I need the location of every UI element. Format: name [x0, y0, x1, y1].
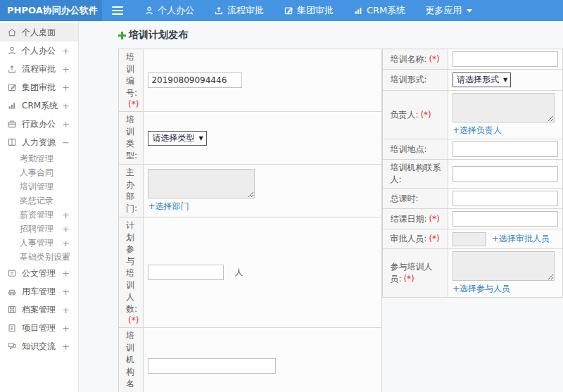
upload-icon: [7, 64, 17, 74]
training-number-input[interactable]: [148, 72, 242, 88]
sidebar-item-personal-office[interactable]: 个人办公 +: [0, 42, 78, 60]
sidebar-item-group-approval[interactable]: 集团审批 +: [0, 78, 78, 96]
main-content: 培训计划发布 培训编号:(*) 培训类型: 请选择类型 ▼ 主办部门: +选择部…: [80, 21, 563, 392]
row-training-format: 培训形式: 请选择形式 ▼: [383, 70, 563, 91]
choose-person-in-charge-link[interactable]: +选择负责人: [453, 125, 558, 137]
edit-icon: [7, 82, 17, 92]
total-class-hours-input[interactable]: [453, 191, 558, 206]
sidebar-item-document-mgmt[interactable]: 公文管理 +: [0, 264, 78, 282]
chevron-down-icon: [467, 9, 472, 13]
top-bar: PHPOA协同办公软件 个人办公 流程审批 集团审批: [0, 0, 563, 21]
row-training-number: 培训编号:(*): [119, 49, 382, 112]
choose-department-link[interactable]: +选择部门: [148, 201, 377, 213]
row-person-in-charge: 负责人:(*) +选择负责人: [383, 91, 563, 139]
row-approvers: 审批人员:(*) +选择审批人员: [383, 229, 563, 249]
row-end-date: 结课日期:(*): [383, 209, 563, 229]
row-institution-contact: 培训机构联系人:: [383, 160, 563, 189]
row-training-type: 培训类型: 请选择类型 ▼: [119, 112, 382, 165]
end-date-input[interactable]: [453, 211, 558, 227]
add-icon: [118, 32, 126, 39]
planned-participants-input[interactable]: [148, 265, 224, 280]
institution-name-input[interactable]: [148, 358, 276, 374]
person-in-charge-textarea[interactable]: [453, 93, 555, 122]
row-host-department: 主办部门: +选择部门: [119, 165, 382, 217]
sidebar-item-vehicle-mgmt[interactable]: 用车管理 +: [0, 282, 78, 301]
nav-more-apps[interactable]: 更多应用: [415, 0, 482, 21]
upload-icon: [214, 6, 224, 15]
sidebar-item-human-resources[interactable]: 人力资源 −: [0, 133, 78, 151]
nav-workflow-approval[interactable]: 流程审批: [204, 0, 274, 21]
sidebar-subitem-attendance-mgmt[interactable]: 考勤管理: [0, 151, 78, 165]
sidebar-subitem-recruit-mgmt[interactable]: 招聘管理 +: [0, 222, 78, 236]
sidebar-item-project-mgmt[interactable]: 项目管理 +: [0, 319, 78, 337]
form-table-left: 培训编号:(*) 培训类型: 请选择类型 ▼ 主办部门: +选择部门 计划参与培…: [118, 49, 382, 392]
nav-group-approval[interactable]: 集团审批: [274, 0, 343, 21]
car-icon: [7, 286, 17, 296]
chat-icon: [7, 341, 17, 351]
top-nav: 个人办公 流程审批 集团审批 CRM系统 更多应用: [134, 0, 482, 21]
sidebar-subitem-base-category-setting[interactable]: 基础类别设置 +: [0, 250, 78, 264]
row-training-participants: 参与培训人员:(*) +选择参与人员: [383, 249, 563, 298]
row-planned-participants: 计划参与培训人数:(*) 人: [119, 217, 382, 328]
page-title: 培训计划发布: [118, 29, 563, 42]
sidebar-subitem-salary-mgmt[interactable]: 薪资管理 +: [0, 208, 78, 222]
bar-chart-icon: [353, 6, 363, 15]
sidebar-item-archive-mgmt[interactable]: 档案管理 +: [0, 301, 78, 319]
sidebar-subitem-reward-punish-record[interactable]: 奖惩记录: [0, 194, 78, 208]
user-icon: [7, 46, 17, 56]
sidebar-subitem-personnel-mgmt[interactable]: 人事管理 +: [0, 236, 78, 250]
institution-contact-input[interactable]: [453, 166, 558, 182]
training-type-select[interactable]: 请选择类型 ▼: [148, 131, 206, 146]
sidebar-item-knowledge-exchange[interactable]: 知识交流 +: [0, 337, 78, 355]
row-training-name: 培训名称:(*): [383, 49, 563, 70]
archive-icon: [7, 305, 17, 315]
row-institution-name: 培训机构名称:: [119, 328, 382, 392]
sidebar-subitem-hr-contract[interactable]: 人事合同: [0, 165, 78, 179]
sidebar-subitem-training-mgmt[interactable]: 培训管理: [0, 179, 78, 194]
row-training-location: 培训地点:: [383, 139, 563, 160]
book-icon: [7, 137, 17, 147]
choose-approvers-link[interactable]: +选择审批人员: [492, 233, 550, 245]
app-logo: PHPOA协同办公软件: [0, 0, 102, 21]
chevron-down-icon: ▼: [503, 77, 507, 83]
training-location-input[interactable]: [453, 141, 558, 157]
sidebar-item-personal-desktop[interactable]: 个人桌面: [0, 23, 78, 42]
nav-personal-office[interactable]: 个人办公: [134, 0, 204, 21]
sidebar-item-crm-system[interactable]: CRM系统 +: [0, 96, 78, 115]
training-participants-textarea[interactable]: [453, 251, 555, 281]
nav-crm-system[interactable]: CRM系统: [343, 0, 415, 21]
bar-chart-icon: [7, 101, 17, 110]
host-department-textarea[interactable]: [148, 169, 255, 198]
row-total-class-hours: 总课时:: [383, 189, 563, 209]
sidebar-item-workflow-approval[interactable]: 流程审批 +: [0, 60, 78, 78]
document-icon: [7, 268, 17, 278]
sidebar: 个人桌面 个人办公 + 流程审批 + 集团审批 + CRM系统 +: [0, 21, 79, 392]
edit-icon: [284, 6, 293, 15]
clipboard-icon: [7, 323, 17, 333]
training-format-select[interactable]: 请选择形式 ▼: [453, 72, 511, 87]
user-icon: [144, 6, 154, 15]
training-name-input[interactable]: [453, 51, 558, 67]
training-plan-form: 培训编号:(*) 培训类型: 请选择类型 ▼ 主办部门: +选择部门 计划参与培…: [118, 49, 563, 392]
briefcase-icon: [7, 119, 17, 129]
hamburger-menu-icon[interactable]: [112, 4, 123, 17]
home-icon: [7, 27, 17, 37]
chevron-down-icon: ▼: [198, 135, 203, 141]
choose-participants-link[interactable]: +选择参与人员: [453, 283, 558, 295]
sidebar-item-admin-office[interactable]: 行政办公 +: [0, 115, 78, 133]
form-table-right: 培训名称:(*) 培训形式: 请选择形式 ▼ 负责人:(*) +选择负责人 培训…: [382, 49, 563, 298]
approvers-box[interactable]: [453, 232, 486, 246]
